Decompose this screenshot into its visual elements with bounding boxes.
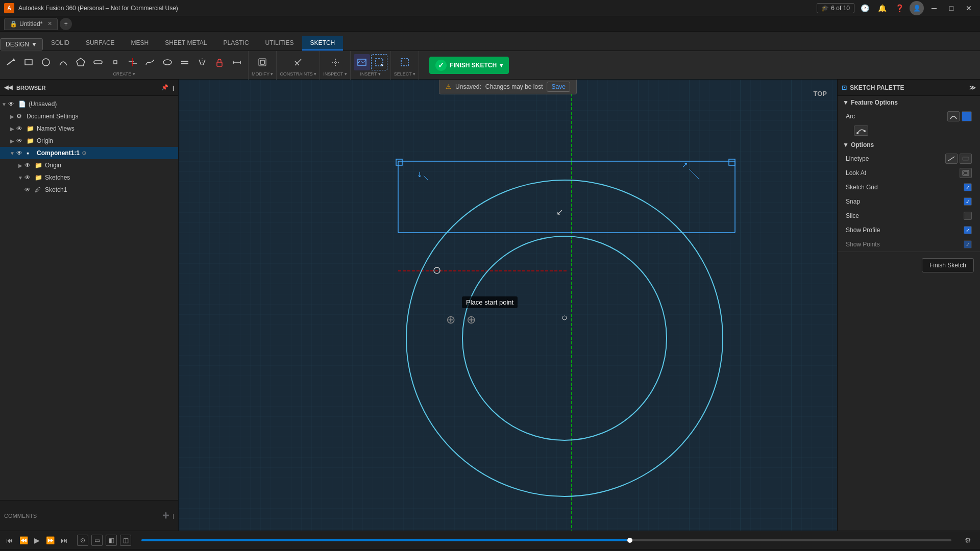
canvas-area[interactable]: ⚠ Unsaved: Changes may be lost Save Plac… <box>179 80 837 531</box>
comments-collapse-icon[interactable]: | <box>173 513 174 519</box>
tool-mirror-line[interactable] <box>194 54 210 70</box>
tool-equal[interactable] <box>177 54 193 70</box>
finish-sketch-header-button[interactable]: ✓ FINISH SKETCH ▾ <box>429 57 509 74</box>
arc-type-icon[interactable] <box>947 111 960 121</box>
show-points-checkbox[interactable] <box>964 240 972 248</box>
tab-sketch[interactable]: SKETCH <box>302 36 344 51</box>
anim-first-btn[interactable]: ⏮ <box>6 536 13 544</box>
anim-prev-btn[interactable]: ⏪ <box>19 536 28 544</box>
minimize-icon[interactable]: ─ <box>927 1 941 15</box>
timeline-mode-2[interactable]: ▭ <box>91 535 103 546</box>
slice-row: Slice <box>838 209 980 223</box>
tool-spline[interactable] <box>142 54 158 70</box>
notification-icon[interactable]: 🔔 <box>875 1 889 15</box>
timeline-mode-4[interactable]: ◫ <box>120 535 131 546</box>
snap-control[interactable] <box>964 197 972 206</box>
anim-next-btn[interactable]: ⏩ <box>46 536 55 544</box>
tool-arc[interactable] <box>55 54 71 70</box>
tool-select[interactable] <box>397 54 413 70</box>
linetype-solid-icon[interactable] <box>945 154 958 164</box>
timeline-settings-icon[interactable]: ⚙ <box>962 534 974 546</box>
tree-label-doc: Document Settings <box>27 113 78 120</box>
tab-plastic[interactable]: PLASTIC <box>215 36 257 51</box>
lookat-control <box>960 168 972 178</box>
tool-select-region[interactable] <box>371 54 387 70</box>
browser-label: BROWSER <box>16 85 45 91</box>
tab-surface[interactable]: SURFACE <box>78 36 123 51</box>
animation-playhead[interactable] <box>627 538 632 543</box>
tool-circle[interactable] <box>38 54 54 70</box>
close-icon[interactable]: ✕ <box>962 1 976 15</box>
tree-item-component1[interactable]: ▼ 👁 ▪ Component1:1 ⚙ <box>0 147 178 159</box>
finish-sketch-panel-button[interactable]: Finish Sketch <box>922 258 974 272</box>
svg-marker-1 <box>12 58 15 61</box>
tree-item-origin[interactable]: ▶ 👁 📁 Origin <box>0 135 178 147</box>
tree-item-origin2[interactable]: ▶ 👁 📁 Origin <box>0 159 178 171</box>
tree-item-unsaved[interactable]: ▼ 👁 📄 (Unsaved) <box>0 98 178 110</box>
tool-trim[interactable] <box>125 54 141 70</box>
file-tab-close[interactable]: ✕ <box>47 20 52 27</box>
tree-item-doc-settings[interactable]: ▶ ⚙ Document Settings <box>0 110 178 122</box>
tool-polygon[interactable] <box>72 54 89 70</box>
add-comment-icon[interactable]: ➕ <box>162 512 169 519</box>
show-profile-control[interactable] <box>964 226 972 234</box>
tool-inspect[interactable] <box>327 54 344 70</box>
tool-ellipse[interactable] <box>159 54 176 70</box>
tool-lock[interactable] <box>211 54 228 70</box>
options-header[interactable]: ▼ Options <box>838 138 980 152</box>
tool-offset[interactable] <box>254 54 271 70</box>
anim-play-btn[interactable]: ▶ <box>34 536 40 544</box>
tool-point[interactable] <box>107 54 124 70</box>
user-avatar[interactable]: 👤 <box>910 1 924 15</box>
tree-item-sketch1[interactable]: 👁 🖊 Sketch1 <box>0 184 178 196</box>
component-settings-icon[interactable]: ⚙ <box>82 150 87 157</box>
tab-solid[interactable]: SOLID <box>43 36 78 51</box>
browser-collapse-icon[interactable]: | <box>173 85 174 91</box>
browser-pin-icon[interactable]: 📌 <box>161 84 168 91</box>
animation-timeline[interactable] <box>141 539 951 541</box>
tool-constraint[interactable] <box>290 54 306 70</box>
sketch-grid-control[interactable] <box>964 183 972 191</box>
feature-options-header[interactable]: ▼ Feature Options <box>838 96 980 109</box>
tool-dimension[interactable] <box>229 54 245 70</box>
new-tab-button[interactable]: + <box>60 18 72 30</box>
help-icon[interactable]: ❓ <box>892 1 906 15</box>
palette-expand-icon[interactable]: ≫ <box>969 84 976 91</box>
tool-rectangle[interactable] <box>20 54 37 70</box>
svg-rect-2 <box>25 60 32 65</box>
tool-slot[interactable] <box>90 54 106 70</box>
tool-line[interactable] <box>3 54 19 70</box>
anim-last-btn[interactable]: ⏭ <box>61 536 68 544</box>
clock-icon[interactable]: 🕐 <box>857 1 872 15</box>
design-dropdown[interactable]: DESIGN ▼ <box>0 38 43 51</box>
design-chevron: ▼ <box>31 41 37 48</box>
snap-checkbox[interactable] <box>964 197 972 206</box>
tab-utilities[interactable]: UTILITIES <box>257 36 302 51</box>
arc-subtype-control <box>854 126 868 136</box>
lookat-icon[interactable] <box>960 168 972 178</box>
tab-sheet-metal[interactable]: SHEET METAL <box>157 36 215 51</box>
svg-marker-4 <box>77 58 85 66</box>
maximize-icon[interactable]: □ <box>944 1 959 15</box>
arc-subtype-icon[interactable] <box>854 126 868 136</box>
timeline-mode-3[interactable]: ◧ <box>106 535 117 546</box>
tree-item-named-views[interactable]: ▶ 👁 📁 Named Views <box>0 122 178 135</box>
browser-back-icon[interactable]: ◀◀ <box>4 84 12 91</box>
animation-bar: ⏮ ⏪ ▶ ⏩ ⏭ ⊙ ▭ ◧ ◫ ⚙ <box>0 531 980 549</box>
slice-checkbox[interactable] <box>964 212 972 220</box>
file-tab[interactable]: 🔒 Untitled* ✕ <box>4 18 58 30</box>
tool-insert-image[interactable] <box>354 54 370 70</box>
show-points-control[interactable] <box>964 240 972 248</box>
canvas-svg[interactable]: ↙ ↗ ⊕ ⊕ ↙ TOP <box>179 80 837 531</box>
linetype-dash-icon[interactable] <box>960 154 972 164</box>
tab-mesh[interactable]: MESH <box>123 36 157 51</box>
sketch-grid-checkbox[interactable] <box>964 183 972 191</box>
arc-color-swatch[interactable] <box>962 111 972 121</box>
show-profile-checkbox[interactable] <box>964 226 972 234</box>
warning-icon: ⚠ <box>446 83 451 90</box>
timeline-mode-1[interactable]: ⊙ <box>77 535 88 546</box>
tree-item-sketches[interactable]: ▼ 👁 📁 Sketches <box>0 171 178 184</box>
save-button[interactable]: Save <box>547 82 570 92</box>
svg-rect-5 <box>94 61 102 64</box>
slice-control[interactable] <box>964 212 972 220</box>
